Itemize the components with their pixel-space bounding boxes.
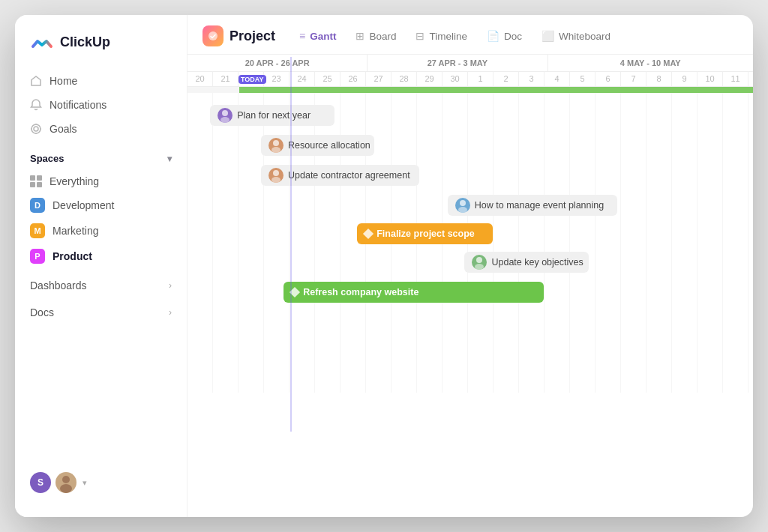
logo[interactable]: ClickUp <box>15 30 187 69</box>
svg-point-13 <box>476 257 482 263</box>
task-label: Resource allocation <box>288 140 370 151</box>
progress-bar-fill <box>239 87 753 93</box>
tab-group: ≡ Gantt ⊞ Board ⊟ Timeline 📄 Doc ⬜ Wh <box>290 25 620 46</box>
task-avatar <box>455 198 470 213</box>
project-title: Project <box>230 28 275 44</box>
app-window: ClickUp Home Notifications <box>15 15 753 517</box>
logo-text: ClickUp <box>60 34 110 50</box>
task-finalize-scope[interactable]: Finalize project scope <box>357 223 493 244</box>
task-avatar <box>268 168 284 183</box>
svg-point-5 <box>222 110 228 116</box>
sidebar-item-everything[interactable]: Everything <box>21 170 181 193</box>
task-avatar <box>218 108 232 123</box>
task-label: Plan for next year <box>237 110 310 121</box>
day-cell: 1 <box>468 72 494 86</box>
day-cell: 9 <box>672 72 698 86</box>
sidebar-item-notifications[interactable]: Notifications <box>21 93 181 117</box>
tab-timeline[interactable]: ⊟ Timeline <box>406 25 476 46</box>
user-avatar-s[interactable]: S <box>30 472 51 493</box>
svg-point-4 <box>208 31 218 40</box>
svg-point-2 <box>62 476 70 483</box>
days-row: 2021TODAY23242526272829301234567891011 <box>188 72 753 86</box>
day-cell: 8 <box>646 72 672 86</box>
sidebar-item-marketing[interactable]: M Marketing <box>21 218 181 244</box>
task-label: Refresh company website <box>303 287 418 297</box>
svg-point-12 <box>458 207 467 213</box>
task-row: Update contractor agreement <box>188 162 753 189</box>
tab-doc[interactable]: 📄 Doc <box>478 25 531 46</box>
svg-point-8 <box>272 147 280 153</box>
spaces-chevron: ▾ <box>167 154 172 164</box>
sidebar-item-goals[interactable]: Goals <box>21 117 181 141</box>
task-refresh-website[interactable]: Refresh company website <box>284 282 544 303</box>
dashboards-chevron: › <box>169 280 172 291</box>
sidebar: ClickUp Home Notifications <box>15 15 188 517</box>
task-update-contractor[interactable]: Update contractor agreement <box>261 165 419 186</box>
day-cell: 5 <box>570 72 596 86</box>
user-chevron[interactable]: ▾ <box>82 478 87 488</box>
diamond-icon <box>363 229 374 239</box>
doc-icon: 📄 <box>487 30 500 42</box>
dashboards-section[interactable]: Dashboards › <box>15 269 187 296</box>
home-icon <box>30 75 42 87</box>
svg-point-0 <box>32 124 40 133</box>
project-icon <box>202 25 224 46</box>
gantt-grid: Plan for next year Resource allocation <box>188 93 753 393</box>
sidebar-item-development[interactable]: D Development <box>21 193 181 218</box>
main-content: Project ≡ Gantt ⊞ Board ⊟ Timeline 📄 Doc <box>188 15 753 517</box>
task-label: Finalize project scope <box>376 229 475 239</box>
task-row: Resource allocation <box>188 132 753 159</box>
sidebar-item-product[interactable]: P Product <box>21 244 181 269</box>
day-cell: 21 <box>213 72 238 86</box>
progress-bar-row <box>188 87 753 93</box>
svg-point-7 <box>273 140 279 146</box>
sidebar-item-home[interactable]: Home <box>21 69 181 93</box>
docs-chevron: › <box>169 307 172 318</box>
day-cell: 27 <box>366 72 392 86</box>
docs-section[interactable]: Docs › <box>15 296 187 323</box>
task-row: Update key objectives <box>188 249 753 276</box>
project-emoji-icon <box>207 30 219 42</box>
day-cell: 29 <box>417 72 442 86</box>
day-cell: 24 <box>290 72 315 86</box>
day-cell: 4 <box>544 72 570 86</box>
task-event-planning[interactable]: How to manage event planning <box>448 195 617 216</box>
day-cell: 20 <box>188 72 213 86</box>
user-face-icon <box>56 472 76 493</box>
day-cell: 11 <box>723 72 748 86</box>
development-badge: D <box>30 198 45 213</box>
svg-point-9 <box>273 170 279 176</box>
spaces-list: Everything D Development M Marketing P P… <box>15 170 187 269</box>
svg-point-6 <box>220 117 230 123</box>
user-avatar-photo[interactable] <box>56 472 76 493</box>
svg-point-11 <box>460 200 466 206</box>
spaces-section-title[interactable]: Spaces ▾ <box>15 141 187 170</box>
task-row: Plan for next year <box>188 102 753 129</box>
whiteboard-icon: ⬜ <box>542 30 554 42</box>
sidebar-footer: S ▾ <box>15 463 187 502</box>
week-label-1: 20 APR - 26 APR <box>188 55 368 71</box>
tab-whiteboard[interactable]: ⬜ Whiteboard <box>532 25 620 46</box>
task-label: How to manage event planning <box>475 200 604 211</box>
tab-board[interactable]: ⊞ Board <box>346 25 405 46</box>
timeline-icon: ⊟ <box>416 30 424 42</box>
gantt-header: 20 APR - 26 APR 27 APR - 3 MAY 4 MAY - 1… <box>188 55 753 87</box>
day-cell: 2 <box>494 72 519 86</box>
tab-gantt[interactable]: ≡ Gantt <box>290 25 345 46</box>
task-update-objectives[interactable]: Update key objectives <box>464 252 589 273</box>
clickup-logo-icon <box>30 30 54 54</box>
target-icon <box>30 123 42 135</box>
week-label-3: 4 MAY - 10 MAY <box>548 55 753 71</box>
top-bar: Project ≡ Gantt ⊞ Board ⊟ Timeline 📄 Doc <box>188 15 753 55</box>
day-cell: 30 <box>442 72 468 86</box>
day-cell: 7 <box>621 72 646 86</box>
task-resource-allocation[interactable]: Resource allocation <box>261 135 374 156</box>
svg-point-10 <box>272 177 280 183</box>
task-plan-next-year[interactable]: Plan for next year <box>210 105 334 126</box>
day-cell: TODAY <box>238 72 264 86</box>
task-row: Refresh company website <box>188 279 753 306</box>
marketing-badge: M <box>30 223 45 238</box>
day-cell: 10 <box>698 72 723 86</box>
svg-point-1 <box>34 127 38 131</box>
day-cell: 6 <box>596 72 621 86</box>
